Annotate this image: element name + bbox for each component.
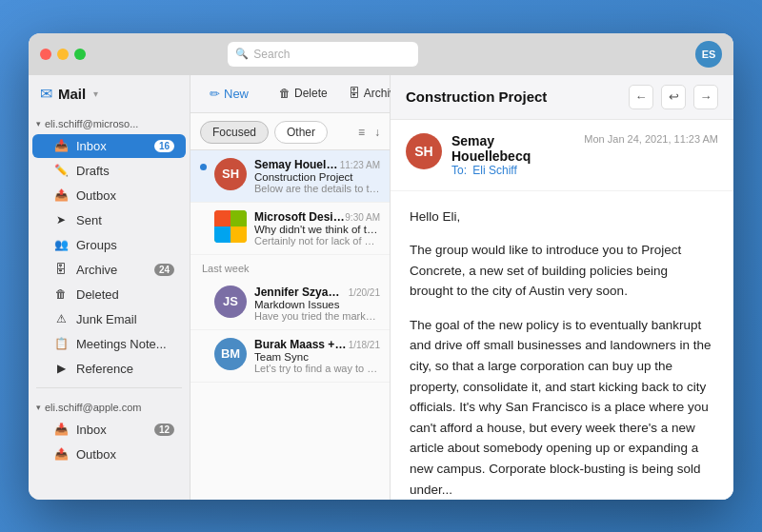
email-paragraph-2: The goal of the new policy is to eventua…: [410, 315, 714, 500]
email-item[interactable]: Microsoft Design 9:30 AM Why didn't we t…: [190, 203, 390, 255]
sidebar-item-drafts[interactable]: ✏️ Drafts: [32, 159, 186, 183]
user-avatar[interactable]: ES: [695, 41, 722, 68]
account-header-2[interactable]: ▾ eli.schiff@apple.com: [29, 398, 190, 417]
email-time: 9:30 AM: [345, 212, 380, 223]
account-chevron-2-icon: ▾: [36, 403, 41, 412]
email-body: Hello Eli, The group would like to intro…: [391, 191, 733, 500]
sidebar-item-inbox-2[interactable]: 📥 Inbox 12: [32, 418, 186, 442]
inbox-2-badge: 12: [154, 424, 174, 436]
email-subject: Team Sync: [254, 351, 380, 363]
new-email-button[interactable]: ✏ New: [202, 83, 256, 105]
sidebar-mail-header[interactable]: ✉ Mail ▾: [29, 75, 190, 112]
email-item[interactable]: BM Burak Maass + 2 others 1/18/21 Team S…: [190, 330, 390, 383]
reading-toolbar: Construction Project ← ↩ →: [391, 75, 733, 120]
traffic-lights: [40, 49, 86, 60]
sidebar-item-archive[interactable]: 🗄 Archive 24: [32, 258, 186, 282]
sender-avatar: SH: [406, 133, 442, 169]
email-header-to: To: Eli Schiff: [451, 164, 574, 177]
focused-tab[interactable]: Focused: [200, 121, 269, 144]
email-header: SH Semay Houellebecq To: Eli Schiff Mon …: [391, 120, 733, 191]
deleted-icon: 🗑: [53, 287, 69, 301]
avatar: [214, 210, 247, 243]
archive-icon: 🗄: [349, 87, 360, 100]
email-top: Burak Maass + 2 others 1/18/21: [254, 338, 380, 351]
email-preview: Let's try to find a way to schedule a...: [254, 363, 380, 374]
email-sender: Semay Houellebecq: [254, 158, 340, 171]
maximize-button[interactable]: [74, 49, 86, 60]
sidebar-item-label: Groups: [76, 238, 117, 252]
email-item[interactable]: JS Jennifer Szyamnski 1/20/21 Markdown I…: [190, 278, 390, 330]
sent-icon: ➤: [53, 213, 69, 227]
avatar-initials: ES: [702, 49, 716, 60]
search-bar[interactable]: 🔍 Search: [228, 42, 418, 67]
filter-icon[interactable]: ≡: [358, 126, 365, 139]
delete-icon: 🗑: [279, 87, 291, 100]
outbox-icon: 📤: [53, 188, 69, 202]
account-section-1: ▾ eli.schiff@microso... 📥 Inbox 16 ✏️ Dr…: [29, 112, 190, 384]
sidebar-item-sent[interactable]: ➤ Sent: [32, 208, 186, 232]
email-time: 1/20/21: [349, 287, 380, 298]
account-section-2: ▾ eli.schiff@apple.com 📥 Inbox 12 📤 Outb…: [29, 396, 190, 469]
sidebar-item-label: Junk Email: [76, 312, 137, 326]
groups-icon: 👥: [53, 238, 69, 251]
email-subject: Markdown Issues: [254, 299, 380, 310]
email-preview: Certainly not for lack of budget...: [254, 235, 380, 246]
sidebar-item-label: Meetings Note...: [76, 337, 167, 351]
back-nav-button[interactable]: ←: [629, 85, 653, 109]
mail-icon: ✉: [40, 85, 52, 103]
email-content: Burak Maass + 2 others 1/18/21 Team Sync…: [254, 338, 380, 374]
reply-nav-button[interactable]: ↩: [661, 85, 686, 109]
email-greeting: Hello Eli,: [410, 207, 714, 227]
forward-nav-button[interactable]: →: [693, 85, 718, 109]
close-button[interactable]: [40, 49, 51, 60]
email-list-pane: ✏ New 🗑 Delete 🗄 Archive 📁 Move 🚩: [190, 75, 391, 500]
email-top: Semay Houellebecq 11:23 AM: [254, 158, 380, 171]
meetings-icon: 📋: [53, 337, 69, 350]
drafts-icon: ✏️: [53, 164, 69, 177]
sidebar-item-reference[interactable]: ▶ Reference: [32, 357, 186, 381]
email-header-sender: Semay Houellebecq: [451, 133, 574, 164]
sidebar-item-deleted[interactable]: 🗑 Deleted: [32, 283, 186, 306]
email-preview: Below are the details to the Industria..…: [254, 183, 380, 194]
sidebar-item-label: Deleted: [76, 287, 119, 302]
sidebar-item-inbox[interactable]: 📥 Inbox 16: [32, 134, 186, 158]
to-name: Eli Schiff: [472, 164, 516, 177]
email-content: Microsoft Design 9:30 AM Why didn't we t…: [254, 210, 380, 246]
archive-icon: 🗄: [53, 263, 69, 276]
sidebar-item-junk[interactable]: ⚠ Junk Email: [32, 307, 186, 331]
avatar: SH: [214, 158, 247, 190]
email-sender: Jennifer Szyamnski: [254, 286, 349, 299]
sidebar-item-meetings[interactable]: 📋 Meetings Note...: [32, 332, 186, 356]
app-window: 🔍 Search ES ✉ Mail ▾ ▾ eli.schiff@micros…: [29, 33, 733, 500]
compose-icon: ✏: [210, 87, 220, 101]
sidebar-item-outbox[interactable]: 📤 Outbox: [32, 184, 186, 207]
sidebar-item-outbox-2[interactable]: 📤 Outbox: [32, 443, 186, 466]
account-header-1[interactable]: ▾ eli.schiff@microso...: [29, 114, 190, 133]
inbox-icon: 📥: [53, 139, 69, 152]
sidebar-item-groups[interactable]: 👥 Groups: [32, 233, 186, 257]
delete-label: Delete: [294, 87, 328, 100]
sort-icon[interactable]: ↓: [374, 126, 380, 139]
account-name-2: eli.schiff@apple.com: [45, 402, 141, 413]
email-paragraph-1: The group would like to introduce you to…: [410, 240, 714, 302]
inbox-2-icon: 📥: [53, 423, 69, 436]
junk-icon: ⚠: [53, 312, 69, 325]
email-preview: Have you tried the markdown compil...: [254, 310, 380, 322]
minimize-button[interactable]: [57, 49, 69, 60]
email-sender: Burak Maass + 2 others: [254, 338, 349, 351]
email-subject-title: Construction Project: [406, 89, 629, 105]
avatar: BM: [214, 338, 247, 370]
email-subject: Construction Project: [254, 171, 380, 183]
delete-button[interactable]: 🗑 Delete: [271, 83, 335, 104]
email-item[interactable]: SH Semay Houellebecq 11:23 AM Constructi…: [190, 150, 390, 203]
sidebar-item-label: Reference: [76, 362, 133, 376]
search-icon: 🔍: [235, 48, 249, 60]
sidebar-item-label: Drafts: [76, 164, 110, 178]
chevron-down-icon: ▾: [93, 89, 98, 99]
reading-pane: Construction Project ← ↩ → SH Semay Houe…: [391, 75, 733, 500]
email-time: 11:23 AM: [340, 160, 380, 170]
account-chevron-icon: ▾: [36, 119, 41, 128]
email-top: Microsoft Design 9:30 AM: [254, 210, 380, 224]
outbox-2-icon: 📤: [53, 447, 69, 461]
other-tab[interactable]: Other: [274, 121, 328, 144]
